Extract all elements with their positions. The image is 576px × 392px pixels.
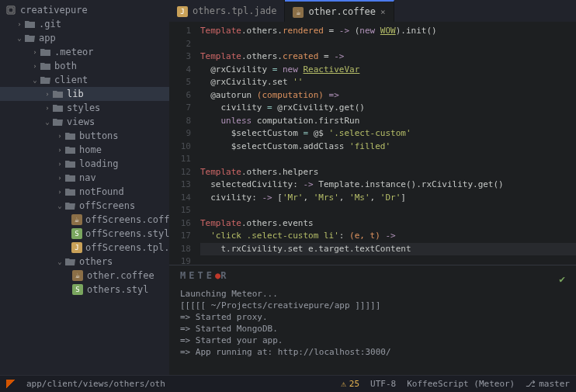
chevron-right-icon: ›: [56, 132, 64, 140]
tree-item-label: offScreens.coffee: [85, 214, 169, 225]
tree-file-other-coffee[interactable]: ☕ other.coffee: [0, 269, 169, 283]
folder-icon: [39, 48, 51, 57]
line-gutter: 12345678910111213141516171819: [169, 22, 197, 265]
tree-meteor[interactable]: › .meteor: [0, 45, 169, 59]
chevron-right-icon: ›: [56, 188, 64, 196]
tab-close-button[interactable]: ×: [380, 7, 386, 17]
project-icon: [5, 5, 17, 15]
chevron-right-icon: ›: [16, 20, 23, 28]
tree-item-label: offScreens: [79, 200, 135, 211]
code-content[interactable]: Template.others.rendered = -> (new WOW).…: [197, 22, 576, 265]
tree-item-label: notFound: [79, 186, 124, 197]
status-warnings[interactable]: ⚠25: [341, 379, 359, 389]
sidebar-file-tree[interactable]: creativepure › .git ⌄ app › .meteor › bo…: [0, 0, 169, 375]
jade-file-icon: J: [71, 242, 82, 253]
project-name: creativepure: [20, 5, 88, 16]
folder-icon: [64, 174, 76, 182]
tree-lib[interactable]: › lib: [0, 87, 169, 101]
tree-item-label: other.coffee: [87, 270, 154, 281]
styl-file-icon: S: [71, 284, 84, 295]
chevron-down-icon: ⌄: [16, 34, 23, 42]
tree-file-offscreens-jade[interactable]: J offScreens.tpl.jade: [0, 241, 169, 255]
tree-home[interactable]: › home: [0, 143, 169, 157]
tree-styles[interactable]: › styles: [0, 101, 169, 115]
styl-file-icon: S: [71, 228, 82, 239]
tree-item-label: others.styl: [87, 284, 148, 295]
tab-others-jade[interactable]: J others.tpl.jade: [169, 0, 285, 22]
tree-item-label: both: [54, 61, 77, 71]
code-editor[interactable]: 12345678910111213141516171819 Template.o…: [169, 22, 576, 265]
tree-others[interactable]: ⌄ others: [0, 255, 169, 269]
coffee-file-icon: ☕: [293, 6, 304, 18]
coffee-file-icon: ☕: [71, 214, 82, 225]
folder-icon: [51, 90, 64, 99]
terminal-line: => App running at: http://localhost:3000…: [180, 346, 570, 358]
folder-icon: [64, 188, 76, 196]
chevron-right-icon: ›: [56, 160, 64, 168]
tree-file-others-styl[interactable]: S others.styl: [0, 283, 169, 297]
tree-client[interactable]: ⌄ client: [0, 73, 169, 87]
chevron-right-icon: ›: [31, 62, 39, 70]
square-icon: [6, 380, 16, 389]
tree-git[interactable]: › .git: [0, 17, 169, 31]
meteor-brand: METE●R: [180, 270, 570, 282]
chevron-down-icon: ⌄: [56, 202, 64, 210]
tree-views[interactable]: ⌄ views: [0, 115, 169, 129]
chevron-right-icon: ›: [43, 90, 51, 98]
tree-item-label: styles: [67, 102, 100, 113]
tree-buttons[interactable]: › buttons: [0, 129, 169, 143]
terminal-line: => Started MongoDB.: [180, 323, 570, 335]
chevron-down-icon: ⌄: [56, 258, 64, 265]
branch-name: master: [539, 379, 570, 389]
jade-file-icon: J: [177, 5, 188, 17]
terminal-panel[interactable]: ✔ METE●R Launching Meteor... [[[[[ ~/Pro…: [169, 265, 576, 375]
tree-file-offscreens-styl[interactable]: S offScreens.styl: [0, 227, 169, 241]
folder-open-icon: [64, 202, 76, 210]
folder-open-icon: [64, 258, 76, 266]
project-root[interactable]: creativepure: [0, 3, 169, 17]
tab-other-coffee[interactable]: ☕ other.coffee ×: [285, 0, 394, 22]
folder-icon: [64, 160, 76, 168]
tree-loading[interactable]: › loading: [0, 157, 169, 171]
tree-offscreens[interactable]: ⌄ offScreens: [0, 199, 169, 213]
folder-icon: [64, 146, 76, 154]
tree-item-label: home: [79, 144, 102, 155]
status-indicator[interactable]: [6, 380, 16, 389]
tree-both[interactable]: › both: [0, 59, 169, 73]
tab-label: other.coffee: [308, 6, 376, 17]
tree-nav[interactable]: › nav: [0, 171, 169, 185]
chevron-right-icon: ›: [31, 48, 39, 56]
tree-item-label: client: [54, 75, 88, 85]
terminal-line: Launching Meteor...: [180, 288, 570, 300]
chevron-down-icon: ⌄: [31, 76, 39, 84]
editor-tabs: J others.tpl.jade ☕ other.coffee ×: [169, 0, 576, 22]
status-path[interactable]: app/client/views/others/oth: [26, 379, 165, 389]
tree-app[interactable]: ⌄ app: [0, 31, 169, 45]
svg-rect-1: [9, 8, 13, 12]
tree-item-label: views: [67, 116, 95, 127]
tree-item-label: nav: [79, 172, 96, 183]
git-branch-icon: ⎇: [526, 379, 536, 389]
tree-item-label: offScreens.tpl.jade: [85, 242, 169, 253]
folder-icon: [39, 62, 51, 71]
tree-item-label: buttons: [79, 130, 119, 141]
folder-icon: [51, 104, 64, 113]
tree-item-label: .git: [39, 19, 61, 29]
warning-icon: ⚠: [341, 379, 346, 389]
tree-notfound[interactable]: › notFound: [0, 185, 169, 199]
status-git-branch[interactable]: ⎇ master: [526, 379, 570, 389]
tree-item-label: lib: [67, 88, 84, 99]
tree-item-label: .meteor: [54, 47, 94, 57]
tree-file-offscreens-coffee[interactable]: ☕ offScreens.coffee: [0, 213, 169, 227]
folder-open-icon: [51, 118, 64, 127]
tree-item-label: others: [79, 256, 113, 267]
terminal-line: => Started proxy.: [180, 311, 570, 323]
terminal-line: => Started your app.: [180, 335, 570, 346]
status-encoding[interactable]: UTF-8: [370, 379, 396, 389]
check-icon: ✔: [559, 273, 565, 285]
status-bar: app/client/views/others/oth ⚠25 UTF-8 Ko…: [0, 375, 576, 392]
coffee-file-icon: ☕: [71, 270, 84, 281]
status-language[interactable]: KoffeeScript (Meteor): [407, 379, 515, 389]
folder-open-icon: [23, 34, 36, 43]
chevron-right-icon: ›: [56, 174, 64, 182]
